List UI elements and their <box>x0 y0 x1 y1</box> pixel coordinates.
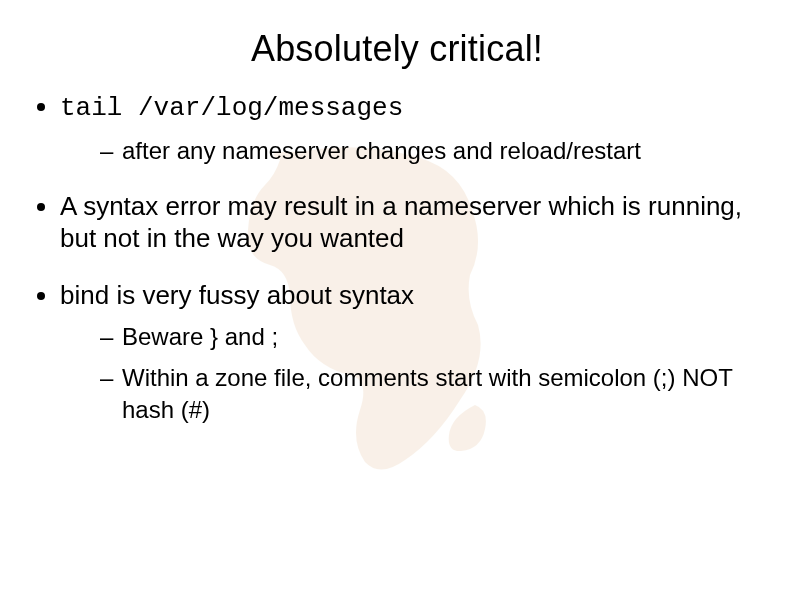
sublist: after any nameserver changes and reload/… <box>60 135 774 166</box>
bullet-list: tail /var/log/messages after any nameser… <box>20 90 774 425</box>
list-item: Beware } and ; <box>100 321 774 352</box>
list-item: bind is very fussy about syntax Beware }… <box>60 279 774 425</box>
list-item-text: after any nameserver changes and reload/… <box>122 137 641 164</box>
slide-title: Absolutely critical! <box>20 28 774 70</box>
list-item-text: Within a zone file, comments start with … <box>122 364 732 422</box>
slide-content: Absolutely critical! tail /var/log/messa… <box>20 28 774 425</box>
sublist: Beware } and ; Within a zone file, comme… <box>60 321 774 425</box>
list-item: A syntax error may result in a nameserve… <box>60 190 774 255</box>
list-item-text: bind is very fussy about syntax <box>60 280 414 310</box>
list-item: Within a zone file, comments start with … <box>100 362 774 424</box>
code-command: tail /var/log/messages <box>60 93 403 123</box>
slide: Absolutely critical! tail /var/log/messa… <box>0 0 794 595</box>
list-item: tail /var/log/messages after any nameser… <box>60 90 774 166</box>
list-item-text: Beware } and ; <box>122 323 278 350</box>
list-item-text: A syntax error may result in a nameserve… <box>60 191 742 254</box>
list-item: after any nameserver changes and reload/… <box>100 135 774 166</box>
